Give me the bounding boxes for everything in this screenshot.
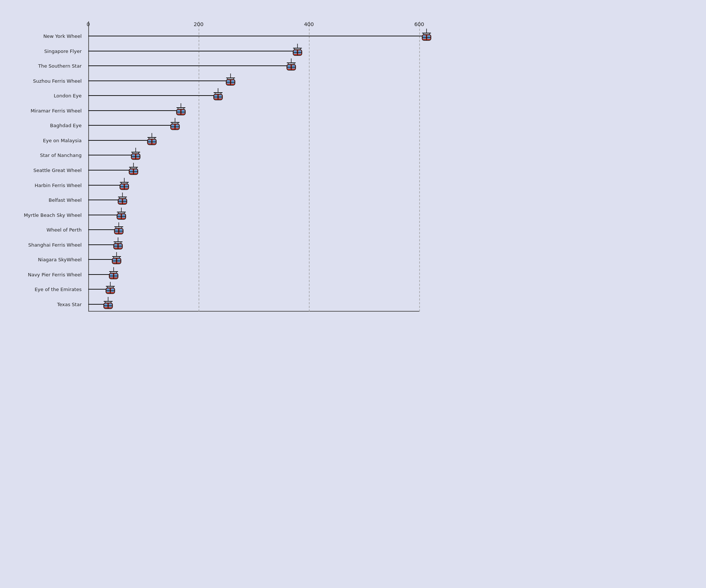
bar-line [88,51,297,51]
gondola-icon [114,208,129,222]
bar-line [88,125,175,126]
y-label: Singapore Flyer [44,48,82,54]
svg-rect-14 [294,50,297,54]
bar-line [88,110,181,111]
svg-rect-113 [118,214,121,218]
grid-line [419,21,420,312]
y-label: London Eye [54,93,82,98]
y-label: Harbin Ferris Wheel [35,182,82,188]
y-label: Niagara SkyWheel [38,257,82,262]
svg-rect-42 [219,95,222,98]
x-tick-label: 400 [304,21,314,27]
bar-line [88,36,427,36]
y-label: The Southern Star [38,63,82,69]
y-label: Star of Nanchang [40,153,82,158]
gondola-icon [101,297,115,312]
svg-rect-167 [104,304,107,307]
gondola-icon [290,44,305,58]
bar-line [88,80,231,81]
gondola-icon [111,237,125,252]
svg-rect-86 [130,169,133,173]
svg-rect-132 [119,244,122,248]
y-label: Myrtle Beach Sky Wheel [24,212,82,218]
y-label: Shanghai Ferris Wheel [28,242,82,247]
y-label: Wheel of Perth [46,227,82,233]
svg-rect-32 [227,80,230,84]
svg-rect-123 [120,229,122,233]
gondola-icon [145,133,159,148]
svg-rect-59 [171,125,174,128]
svg-rect-50 [177,110,180,114]
svg-rect-51 [182,110,185,114]
y-label: Texas Star [57,301,82,307]
gondola-icon [115,193,130,207]
svg-rect-6 [427,35,430,39]
svg-rect-105 [123,199,126,203]
gondola-icon [103,282,118,297]
gondola-icon [284,58,299,73]
svg-rect-95 [121,184,124,188]
svg-rect-68 [148,140,151,143]
x-ticks: 0200400600 [88,21,419,30]
gondola-icon [111,222,126,237]
svg-rect-24 [292,65,295,69]
svg-rect-78 [136,154,139,158]
y-label: Suzhou Ferris Wheel [33,78,82,83]
y-label: Miramar Ferris Wheel [31,108,82,113]
x-tick-label: 600 [414,21,424,27]
svg-rect-60 [176,125,179,128]
gondola-icon [106,267,121,282]
chart-container: New York WheelSingapore FlyerThe Souther… [0,4,441,364]
y-labels: New York WheelSingapore FlyerThe Souther… [11,21,85,312]
svg-rect-96 [125,184,128,188]
plot-area [88,21,419,312]
svg-rect-131 [114,244,117,248]
bar-line [88,140,152,141]
svg-rect-158 [107,288,110,292]
x-tick-label: 0 [87,21,90,27]
svg-rect-114 [122,214,125,218]
svg-rect-15 [298,50,301,54]
svg-rect-41 [214,95,217,98]
svg-rect-77 [132,154,135,158]
bar-line [88,65,291,66]
svg-rect-33 [231,80,234,84]
y-label: Eye of the Emirates [35,287,82,292]
y-label: Seattle Great Wheel [33,168,82,173]
svg-rect-104 [119,199,122,203]
svg-rect-149 [110,274,113,277]
svg-rect-87 [134,169,137,173]
y-label: Baghdad Eye [50,123,82,128]
x-axis-line [88,311,419,312]
gondola-icon [223,74,238,88]
gondola-icon [419,29,434,43]
svg-rect-140 [113,259,116,262]
svg-rect-150 [114,274,117,277]
y-axis-line [88,21,89,312]
svg-rect-159 [111,288,114,292]
chart-title [11,11,430,15]
gondola-icon [174,103,188,118]
bar-line [88,95,218,96]
gondola-icon [128,148,143,162]
y-label: Eye on Malaysia [43,137,82,143]
svg-rect-141 [117,259,120,262]
svg-rect-122 [115,229,118,233]
y-label: Belfast Wheel [49,197,82,203]
x-tick-label: 200 [194,21,204,27]
gondola-icon [126,163,141,178]
svg-rect-168 [109,304,112,307]
gondola-icon [211,88,225,103]
svg-rect-5 [423,35,426,39]
svg-rect-69 [153,140,156,143]
gondola-icon [117,178,132,193]
svg-rect-23 [288,65,290,69]
y-label: Navy Pier Ferris Wheel [28,272,82,277]
y-label: New York Wheel [43,33,82,39]
grid-line [199,21,199,312]
gondola-icon [109,252,124,267]
gondola-icon [168,118,182,133]
grid-line [309,21,310,312]
